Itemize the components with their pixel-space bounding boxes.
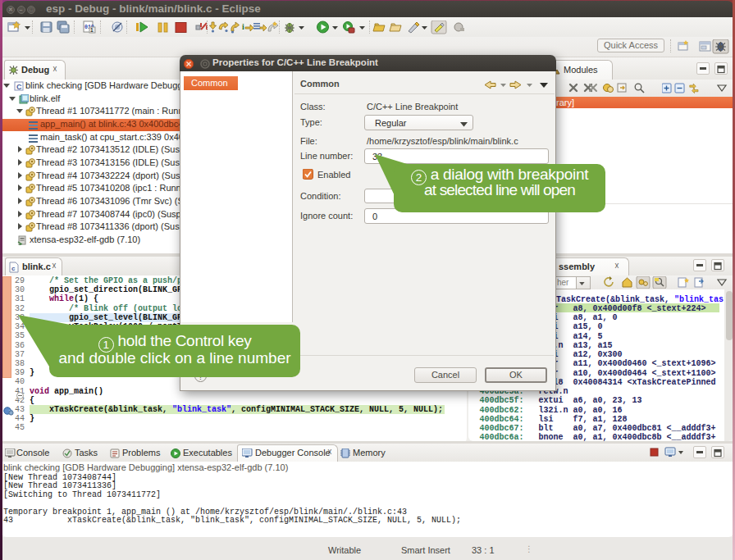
svg-text:1: 1 [90,27,94,33]
svg-text:C: C [16,83,22,91]
svg-text:c: c [11,265,16,272]
svg-text:i: i [242,22,244,31]
